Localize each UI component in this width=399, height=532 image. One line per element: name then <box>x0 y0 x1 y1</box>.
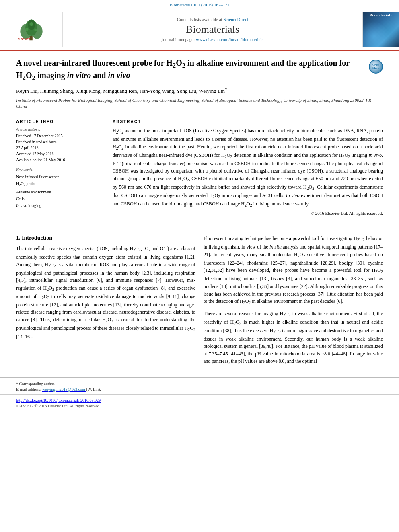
journal-citation: Biomaterials 100 (2016) 162–171 <box>170 2 230 7</box>
intro-left-paragraph1: The intracellular reactive oxygen specie… <box>16 244 195 340</box>
svg-point-5 <box>25 28 28 31</box>
keywords-label: Keywords: <box>16 168 105 172</box>
footer-section: http://dx.doi.org/10.1016/j.biomaterials… <box>0 394 399 411</box>
received-revised: Received in revised form27 April 2016 <box>16 139 105 151</box>
received-date: Received 17 December 2015 <box>16 133 105 139</box>
body-left-column: 1. Introduction The intracellular reacti… <box>16 235 195 369</box>
homepage-label: journal homepage: <box>162 37 195 42</box>
homepage-link[interactable]: www.elsevier.com/locate/biomaterials <box>196 37 263 42</box>
corresponding-label: * Corresponding author. <box>16 382 383 386</box>
contents-available-text: Contents lists available at <box>177 17 222 22</box>
article-history: Article history: Received 17 December 20… <box>16 127 105 163</box>
science-direct-line: Contents lists available at ScienceDirec… <box>177 17 248 22</box>
article-info-header: ARTICLE INFO <box>16 119 105 124</box>
body-right-column: Fluorescent imaging technique has become… <box>204 235 383 369</box>
authors: Keyin Liu, Huiming Shang, Xiuqi Kong, Mi… <box>16 87 383 94</box>
doi-link[interactable]: http://dx.doi.org/10.1016/j.biomaterials… <box>16 398 101 403</box>
crossmark-badge: CrossMark <box>369 60 383 74</box>
corresponding-note: * Corresponding author. E-mail address: … <box>0 377 399 394</box>
article-title: A novel near-infrared fluorescent probe … <box>16 58 383 82</box>
keywords-section: Keywords: Near-infrared fluorescence H2O… <box>16 168 105 209</box>
cover-pattern <box>363 20 399 47</box>
keywords-list: Near-infrared fluorescence H2O2 probe Al… <box>16 173 105 209</box>
intro-right-paragraph1: Fluorescent imaging technique has become… <box>204 235 383 306</box>
divider <box>16 115 383 115</box>
abstract-text: H2O2 as one of the most important ROS (R… <box>113 127 383 208</box>
accepted-date: Accepted 17 May 2016 <box>16 151 105 157</box>
page-wrapper: Biomaterials 100 (2016) 162–171 <box>0 0 399 411</box>
article-info-abstract: ARTICLE INFO Article history: Received 1… <box>16 119 383 216</box>
email-line: E-mail address: weiyinglin2013@163.com (… <box>16 387 383 392</box>
available-online: Available online 21 May 2016 <box>16 157 105 163</box>
section-divider <box>0 228 399 228</box>
biomaterials-cover: Biomaterials <box>363 12 399 47</box>
doi-line: http://dx.doi.org/10.1016/j.biomaterials… <box>16 398 383 403</box>
intro-section-title: 1. Introduction <box>16 235 195 241</box>
journal-header: ELSEVIER Contents lists available at Sci… <box>0 8 399 51</box>
article-content: CrossMark A novel near-infrared fluoresc… <box>0 51 399 222</box>
science-direct-link[interactable]: ScienceDirect <box>223 17 248 22</box>
journal-cover-image: Biomaterials <box>363 12 399 47</box>
elsevier-logo: ELSEVIER <box>15 17 47 41</box>
abstract-header: ABSTRACT <box>113 119 383 124</box>
article-info-column: ARTICLE INFO Article history: Received 1… <box>16 119 105 216</box>
svg-text:ELSEVIER: ELSEVIER <box>17 38 30 41</box>
body-content: 1. Introduction The intracellular reacti… <box>0 235 399 377</box>
intro-right-paragraph2: There are several reasons for imaging H2… <box>204 310 383 365</box>
copyright-line: © 2016 Elsevier Ltd. All rights reserved… <box>113 211 383 216</box>
svg-point-6 <box>34 29 37 31</box>
journal-homepage-line: journal homepage: www.elsevier.com/locat… <box>162 37 263 42</box>
footer-copyright: 0142-9612/© 2016 Elsevier Ltd. All right… <box>16 404 383 408</box>
affiliation: Institute of Fluorescent Probes for Biol… <box>16 97 383 110</box>
journal-top-bar: Biomaterials 100 (2016) 162–171 <box>0 0 399 8</box>
history-label: Article history: <box>16 127 105 131</box>
journal-name-heading: Biomaterials <box>186 23 239 35</box>
email-name: (W. Lin). <box>86 387 101 392</box>
abstract-column: ABSTRACT H2O2 as one of the most importa… <box>113 119 383 216</box>
journal-header-center: Contents lists available at ScienceDirec… <box>62 12 363 47</box>
email-link[interactable]: weiyinglin2013@163.com <box>42 387 86 392</box>
elsevier-tree-icon: ELSEVIER <box>15 17 47 41</box>
crossmark-area: CrossMark <box>369 60 383 74</box>
svg-point-7 <box>29 22 33 26</box>
elsevier-logo-area: ELSEVIER <box>0 12 62 47</box>
body-two-column: 1. Introduction The intracellular reacti… <box>16 235 383 369</box>
cover-title: Biomaterials <box>370 14 392 17</box>
email-label: E-mail address: <box>16 387 41 392</box>
